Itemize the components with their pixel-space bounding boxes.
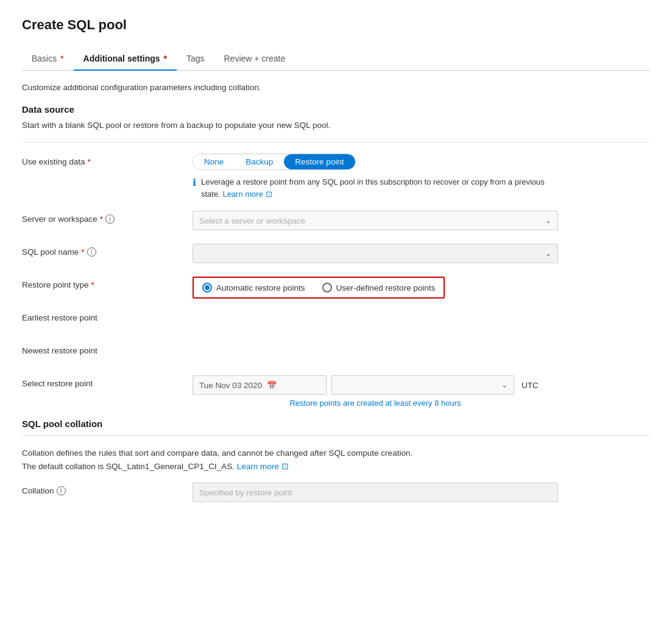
collation-label: Collation i: [22, 483, 193, 495]
page-title: Create SQL pool: [22, 17, 650, 33]
collation-row: Collation i Specified by restore point: [22, 483, 650, 504]
restore-hint: Restore points are created at least ever…: [193, 398, 558, 408]
info-icon: ℹ: [193, 177, 196, 200]
use-existing-data-label: Use existing data *: [22, 154, 193, 166]
newest-restore-point-label: Newest restore point: [22, 342, 193, 355]
collation-input: Specified by restore point: [193, 483, 558, 502]
tabs-nav: Basics * Additional settings * Tags Revi…: [22, 48, 650, 71]
section-description: Customize additional configuration param…: [22, 83, 650, 92]
collation-info-icon[interactable]: i: [57, 486, 66, 495]
collation-control: Specified by restore point: [193, 483, 650, 502]
select-restore-point-row: Select restore point Tue Nov 03 2020 📅 ⌄…: [22, 375, 650, 408]
radio-user-defined[interactable]: User-defined restore points: [322, 283, 436, 292]
server-workspace-select[interactable]: Select a server or workspace ⌄: [193, 211, 558, 230]
utc-label: UTC: [522, 381, 539, 390]
tab-review-create[interactable]: Review + create: [214, 48, 295, 71]
toggle-group: None Backup Restore point: [193, 154, 356, 170]
sql-pool-name-label: SQL pool name * i: [22, 244, 193, 257]
info-box: ℹ Leverage a restore point from any SQL …: [193, 176, 558, 200]
date-picker-row: Tue Nov 03 2020 📅 ⌄ UTC: [193, 375, 607, 395]
restore-point-type-control: Automatic restore points User-defined re…: [193, 277, 650, 299]
use-existing-data-row: Use existing data * None Backup Restore …: [22, 154, 650, 200]
info-text: Leverage a restore point from any SQL po…: [201, 176, 558, 200]
collation-section-title: SQL pool collation: [22, 419, 650, 429]
restore-point-type-radio-group: Automatic restore points User-defined re…: [193, 277, 445, 299]
data-source-subtitle: Start with a blank SQL pool or restore f…: [22, 121, 650, 130]
data-source-title: Data source: [22, 104, 650, 115]
tab-tags[interactable]: Tags: [177, 48, 214, 71]
collation-section: SQL pool collation Collation defines the…: [22, 419, 650, 504]
calendar-icon[interactable]: 📅: [267, 381, 277, 390]
select-restore-point-label: Select restore point: [22, 375, 193, 388]
collation-learn-more-link[interactable]: Learn more ⊡: [237, 462, 289, 471]
radio-user-defined-circle: [322, 283, 332, 292]
sql-pool-name-info-icon[interactable]: i: [87, 247, 96, 257]
chevron-down-icon: ⌄: [545, 249, 551, 258]
sql-pool-name-row: SQL pool name * i ⌄: [22, 244, 650, 266]
restore-point-type-label: Restore point type *: [22, 277, 193, 289]
sql-pool-name-control: ⌄: [193, 244, 650, 263]
server-workspace-label: Server or workspace * i: [22, 211, 193, 224]
collation-description: Collation defines the rules that sort an…: [22, 447, 650, 473]
toggle-none[interactable]: None: [193, 154, 235, 169]
external-link-icon: ⊡: [266, 189, 272, 199]
chevron-down-icon: ⌄: [501, 381, 508, 389]
server-workspace-row: Server or workspace * i Select a server …: [22, 211, 650, 233]
use-existing-data-control: None Backup Restore point ℹ Leverage a r…: [193, 154, 650, 200]
tab-additional-settings[interactable]: Additional settings *: [74, 48, 177, 71]
external-link-icon: ⊡: [281, 462, 289, 471]
toggle-backup[interactable]: Backup: [235, 154, 284, 169]
time-select[interactable]: ⌄: [331, 375, 514, 395]
radio-automatic[interactable]: Automatic restore points: [202, 283, 305, 292]
date-input[interactable]: Tue Nov 03 2020 📅: [193, 375, 327, 395]
learn-more-link[interactable]: Learn more ⊡: [222, 189, 272, 199]
server-workspace-control: Select a server or workspace ⌄: [193, 211, 650, 230]
tab-basics[interactable]: Basics *: [22, 48, 74, 71]
sql-pool-name-select[interactable]: ⌄: [193, 244, 558, 263]
newest-restore-point-row: Newest restore point: [22, 342, 650, 364]
toggle-restore-point[interactable]: Restore point: [284, 154, 355, 169]
radio-automatic-circle: [202, 283, 212, 292]
select-restore-point-control: Tue Nov 03 2020 📅 ⌄ UTC Restore points a…: [193, 375, 650, 408]
restore-point-type-row: Restore point type * Automatic restore p…: [22, 277, 650, 299]
earliest-restore-point-label: Earliest restore point: [22, 310, 193, 322]
earliest-restore-point-row: Earliest restore point: [22, 310, 650, 331]
chevron-down-icon: ⌄: [545, 216, 551, 225]
server-workspace-info-icon[interactable]: i: [105, 214, 115, 224]
